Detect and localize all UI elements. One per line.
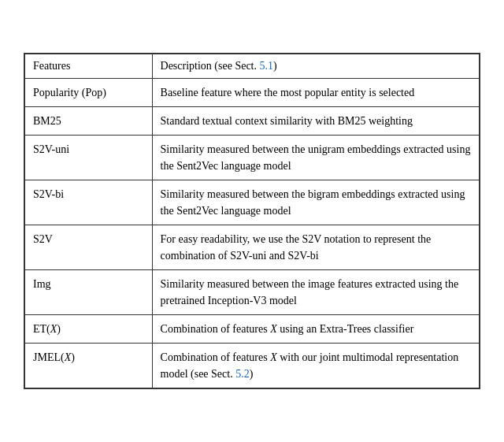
- feature-italic: X: [50, 323, 57, 335]
- header-feature: Features: [25, 54, 153, 79]
- description-text: For easy readability, we use the S2V not…: [161, 233, 432, 262]
- description-cell: Similarity measured between the bigram e…: [152, 180, 479, 225]
- feature-label: Popularity (Pop): [33, 87, 106, 98]
- feature-cell: S2V: [25, 225, 153, 270]
- description-cell: Similarity measured between the image fe…: [152, 270, 479, 315]
- description-text: Baseline feature where the most popular …: [161, 87, 415, 98]
- description-cell: Standard textual context similarity with…: [152, 107, 479, 136]
- description-text: Combination of features X using an Extra…: [161, 323, 414, 335]
- description-cell: Combination of features X with our joint…: [152, 344, 479, 388]
- table-row: S2V For easy readability, we use the S2V…: [25, 225, 480, 270]
- feature-cell: JMEL(X): [25, 344, 153, 388]
- feature-label: S2V-uni: [33, 143, 69, 155]
- header-description-text: Description (see Sect. 5.1): [161, 60, 277, 72]
- sect-5-1-link[interactable]: 5.1: [260, 60, 274, 72]
- description-text: Standard textual context similarity with…: [161, 115, 413, 127]
- description-text: Similarity measured between the unigram …: [161, 143, 471, 172]
- feature-cell: ET(X): [25, 315, 153, 344]
- table-row: Popularity (Pop) Baseline feature where …: [25, 79, 480, 107]
- description-cell: For easy readability, we use the S2V not…: [152, 225, 479, 270]
- description-italic: X: [270, 351, 277, 363]
- table-row: S2V-uni Similarity measured between the …: [25, 136, 480, 180]
- feature-cell: BM25: [25, 107, 153, 136]
- feature-label: Img: [33, 278, 51, 290]
- description-cell: Baseline feature where the most popular …: [152, 79, 479, 107]
- feature-cell: S2V-uni: [25, 136, 153, 180]
- table-row: Img Similarity measured between the imag…: [25, 270, 480, 315]
- feature-label: ET(X): [33, 323, 61, 335]
- description-text: Combination of features X with our joint…: [161, 351, 459, 380]
- feature-label: BM25: [33, 115, 61, 127]
- description-text: Similarity measured between the bigram e…: [161, 188, 465, 217]
- feature-label: JMEL(X): [33, 351, 75, 363]
- feature-italic: X: [65, 351, 72, 363]
- feature-label: S2V-bi: [33, 188, 64, 200]
- description-italic: X: [270, 323, 277, 335]
- description-cell: Combination of features X using an Extra…: [152, 315, 479, 344]
- table-row: ET(X) Combination of features X using an…: [25, 315, 480, 344]
- table-row: S2V-bi Similarity measured between the b…: [25, 180, 480, 225]
- feature-cell: Img: [25, 270, 153, 315]
- feature-cell: Popularity (Pop): [25, 79, 153, 107]
- feature-label: S2V: [33, 233, 53, 245]
- description-text: Similarity measured between the image fe…: [161, 278, 459, 306]
- description-cell: Similarity measured between the unigram …: [152, 136, 479, 180]
- header-description: Description (see Sect. 5.1): [152, 54, 479, 79]
- features-table: Features Description (see Sect. 5.1) Pop…: [24, 53, 480, 389]
- header-feature-text: Features: [33, 60, 70, 72]
- sect-5-2-link[interactable]: 5.2: [235, 368, 250, 380]
- feature-cell: S2V-bi: [25, 180, 153, 225]
- table-row: BM25 Standard textual context similarity…: [25, 107, 480, 136]
- table-row: JMEL(X) Combination of features X with o…: [25, 344, 480, 388]
